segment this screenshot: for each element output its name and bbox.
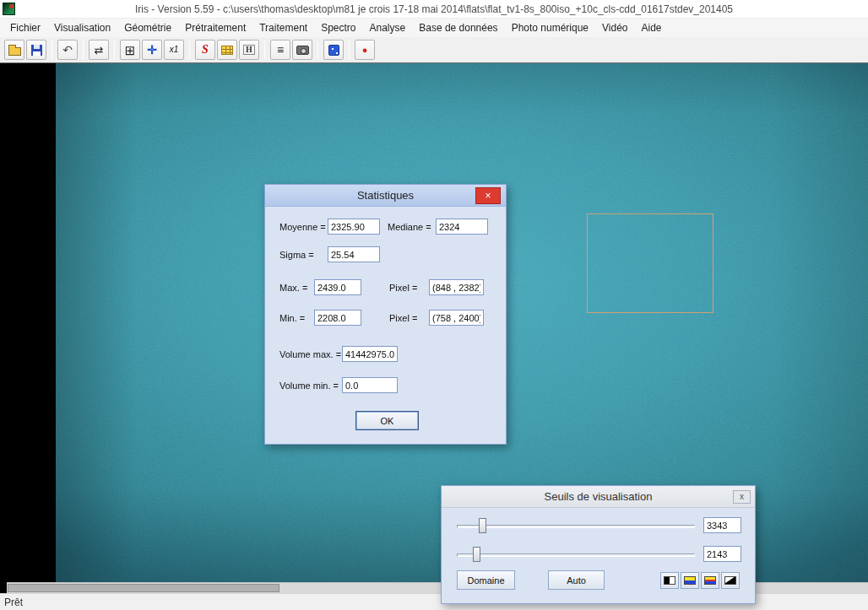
fit-width-icon: ⇄	[95, 45, 104, 56]
x1-zoom-icon: x1	[170, 46, 179, 54]
toolbar-separator	[189, 40, 190, 59]
sigma-field[interactable]	[328, 246, 380, 262]
high-threshold-slider-thumb[interactable]	[479, 518, 486, 533]
min-label: Min. =	[279, 313, 305, 323]
menu-item-photo-numerique[interactable]: Photo numérique	[505, 19, 595, 36]
menu-item-pretraitement[interactable]: Prétraitement	[178, 19, 252, 36]
low-threshold-input[interactable]	[703, 546, 741, 562]
pan-arrows-icon: ✛	[147, 44, 157, 56]
ok-button[interactable]: OK	[355, 411, 419, 430]
table-button[interactable]	[217, 40, 237, 60]
false-color-display-button[interactable]	[701, 572, 719, 589]
zoom-x1-button[interactable]: x1	[164, 40, 184, 60]
thresholds-dialog: Seuils de visualisation x Domaine Auto	[441, 485, 756, 604]
sigma-label: Sigma =	[279, 250, 314, 260]
toolbar: ↶ ⇄ ⊞ ✛ x1 S H ≡ ●	[0, 37, 868, 63]
menu-item-analyse[interactable]: Analyse	[363, 19, 413, 36]
window-title: Iris - Version 5.59 - c:\users\thomas\de…	[0, 0, 868, 19]
low-threshold-slider-track[interactable]	[457, 553, 695, 557]
status-text: Prêt	[4, 597, 23, 608]
volume-max-field[interactable]	[342, 346, 398, 362]
mediane-label: Mediane =	[388, 222, 431, 232]
thresholds-dialog-titlebar[interactable]: Seuils de visualisation	[442, 486, 755, 508]
menu-item-spectro[interactable]: Spectro	[314, 19, 362, 36]
undo-button[interactable]: ↶	[57, 40, 78, 60]
open-button[interactable]	[4, 40, 24, 60]
scrollbar-thumb[interactable]	[8, 584, 279, 592]
camera-button[interactable]	[292, 40, 312, 60]
gradient-display-button[interactable]	[721, 572, 740, 589]
menu-item-base-de-donnees[interactable]: Base de données	[412, 19, 504, 36]
command-list-icon: ≡	[277, 44, 284, 56]
high-threshold-input[interactable]	[703, 517, 741, 533]
toolbar-separator	[83, 40, 84, 59]
pan-button[interactable]: ✛	[142, 40, 162, 60]
domaine-button[interactable]: Domaine	[457, 570, 515, 590]
menu-item-video[interactable]: Vidéo	[595, 19, 634, 36]
save-floppy-icon	[31, 45, 42, 56]
toolbar-separator	[349, 40, 350, 59]
statistics-dialog: Statistiques × Moyenne = Mediane = Sigma…	[264, 184, 507, 445]
statistics-dialog-titlebar[interactable]: Statistiques	[265, 185, 506, 207]
toolbar-separator	[52, 40, 52, 59]
title-bar[interactable]: Iris - Version 5.59 - c:\users\thomas\de…	[0, 0, 868, 19]
undo-arrow-icon: ↶	[62, 44, 73, 56]
yellow-blue-display-button[interactable]	[681, 572, 699, 589]
min-pixel-label: Pixel =	[389, 313, 417, 323]
moyenne-label: Moyenne =	[279, 222, 326, 232]
max-field[interactable]	[314, 279, 361, 295]
volume-max-label: Volume max. =	[279, 349, 341, 359]
max-pixel-field[interactable]	[429, 279, 484, 295]
menu-item-fichier[interactable]: Fichier	[3, 19, 47, 36]
spectro-button[interactable]: S	[195, 40, 215, 60]
high-threshold-slider-track[interactable]	[457, 525, 695, 528]
max-label: Max. =	[279, 283, 307, 293]
max-pixel-label: Pixel =	[389, 283, 417, 293]
blue-dice-icon	[328, 45, 339, 56]
menu-item-traitement[interactable]: Traitement	[252, 19, 314, 36]
histogram-button[interactable]: H	[239, 40, 259, 60]
zoom-grid-icon: ⊞	[125, 44, 136, 57]
red-dot-icon: ●	[362, 46, 368, 55]
scrollbar-gutter	[0, 582, 7, 593]
record-button[interactable]: ●	[355, 40, 375, 60]
toolbar-separator	[317, 40, 318, 59]
histogram-h-icon: H	[243, 45, 255, 55]
console-button[interactable]: ≡	[270, 40, 290, 60]
close-icon[interactable]: x	[733, 490, 751, 504]
toolbar-separator	[114, 40, 115, 59]
close-icon[interactable]: ×	[475, 187, 501, 204]
color-palette-icon	[704, 576, 716, 585]
selection-rectangle[interactable]	[587, 213, 713, 313]
data-table-icon	[221, 46, 233, 55]
dice-button[interactable]	[323, 40, 344, 60]
menu-item-visualisation[interactable]: Visualisation	[47, 19, 117, 36]
ramp-triangle-icon	[724, 576, 736, 585]
spectro-s-icon: S	[202, 44, 209, 56]
auto-button[interactable]: Auto	[548, 570, 605, 590]
zoom-button[interactable]: ⊞	[120, 40, 140, 60]
moyenne-field[interactable]	[328, 219, 380, 235]
low-threshold-slider-thumb[interactable]	[473, 547, 480, 562]
volume-min-label: Volume min. =	[279, 381, 339, 391]
min-pixel-field[interactable]	[429, 310, 484, 326]
yellow-blue-icon	[684, 576, 696, 585]
fit-window-button[interactable]: ⇄	[89, 40, 109, 60]
camera-icon	[296, 46, 309, 55]
app-icon	[3, 3, 15, 15]
black-white-icon	[664, 576, 675, 585]
min-field[interactable]	[314, 310, 361, 326]
save-button[interactable]	[26, 40, 46, 60]
thresholds-dialog-title: Seuils de visualisation	[545, 490, 653, 503]
menu-item-geometrie[interactable]: Géométrie	[117, 19, 178, 36]
menu-item-aide[interactable]: Aide	[635, 19, 669, 36]
volume-min-field[interactable]	[342, 377, 398, 393]
statistics-dialog-title: Statistiques	[357, 189, 414, 202]
open-folder-icon	[8, 47, 21, 56]
toolbar-separator	[264, 40, 265, 59]
mediane-field[interactable]	[436, 219, 488, 235]
bw-display-button[interactable]	[660, 572, 679, 589]
menu-bar: Fichier Visualisation Géométrie Prétrait…	[0, 19, 868, 37]
